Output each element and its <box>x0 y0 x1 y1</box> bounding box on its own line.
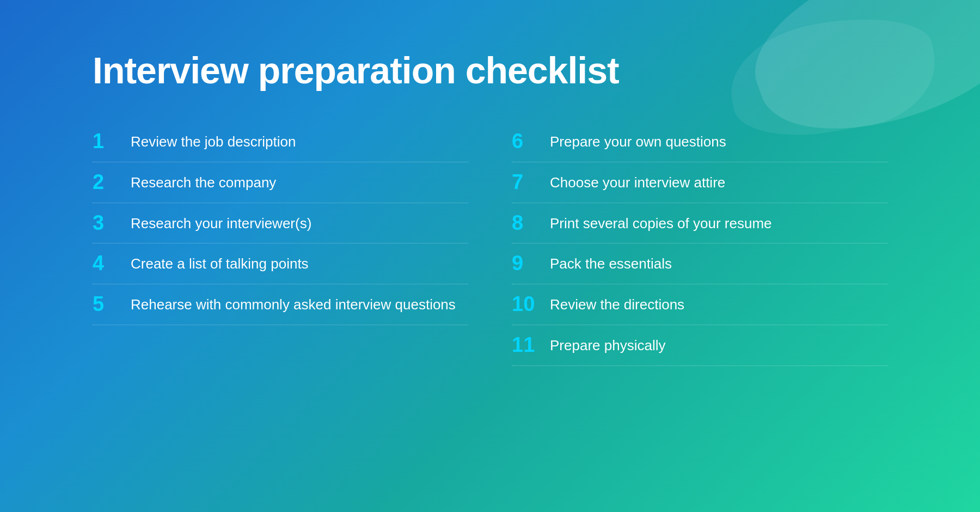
main-content: Interview preparation checklist 1 Review… <box>0 0 980 399</box>
item-number: 2 <box>93 171 131 194</box>
item-text: Prepare physically <box>550 334 665 355</box>
list-item: 2 Research the company <box>93 162 468 203</box>
item-text: Create a list of talking points <box>131 252 309 273</box>
list-item: 7 Choose your interview attire <box>512 162 887 203</box>
item-text: Rehearse with commonly asked interview q… <box>131 293 456 314</box>
list-item: 1 Review the job description <box>93 121 468 162</box>
checklist-grid: 1 Review the job description 2 Research … <box>93 121 887 366</box>
list-item: 11 Prepare physically <box>512 325 887 366</box>
item-number: 6 <box>512 130 550 153</box>
item-text: Review the directions <box>550 293 684 314</box>
list-item: 10 Review the directions <box>512 284 887 325</box>
list-item: 6 Prepare your own questions <box>512 121 887 162</box>
item-text: Prepare your own questions <box>550 130 726 151</box>
list-item: 8 Print several copies of your resume <box>512 203 887 244</box>
item-number: 11 <box>512 334 550 357</box>
item-text: Choose your interview attire <box>550 171 725 192</box>
background: Interview preparation checklist 1 Review… <box>0 0 980 512</box>
list-item: 5 Rehearse with commonly asked interview… <box>93 284 468 325</box>
item-number: 10 <box>512 293 550 316</box>
right-column: 6 Prepare your own questions 7 Choose yo… <box>512 121 887 366</box>
item-number: 8 <box>512 212 550 235</box>
item-text: Research the company <box>131 171 276 192</box>
item-number: 4 <box>93 252 131 275</box>
item-text: Pack the essentials <box>550 252 672 273</box>
list-item: 9 Pack the essentials <box>512 243 887 284</box>
item-number: 9 <box>512 252 550 275</box>
item-text: Review the job description <box>131 130 296 151</box>
left-column: 1 Review the job description 2 Research … <box>93 121 468 366</box>
item-number: 3 <box>93 212 131 235</box>
list-item: 3 Research your interviewer(s) <box>93 203 468 244</box>
page-title: Interview preparation checklist <box>93 49 887 92</box>
item-number: 7 <box>512 171 550 194</box>
item-number: 1 <box>93 130 131 153</box>
item-text: Print several copies of your resume <box>550 212 772 233</box>
item-number: 5 <box>93 293 131 316</box>
list-item: 4 Create a list of talking points <box>93 243 468 284</box>
item-text: Research your interviewer(s) <box>131 212 311 233</box>
